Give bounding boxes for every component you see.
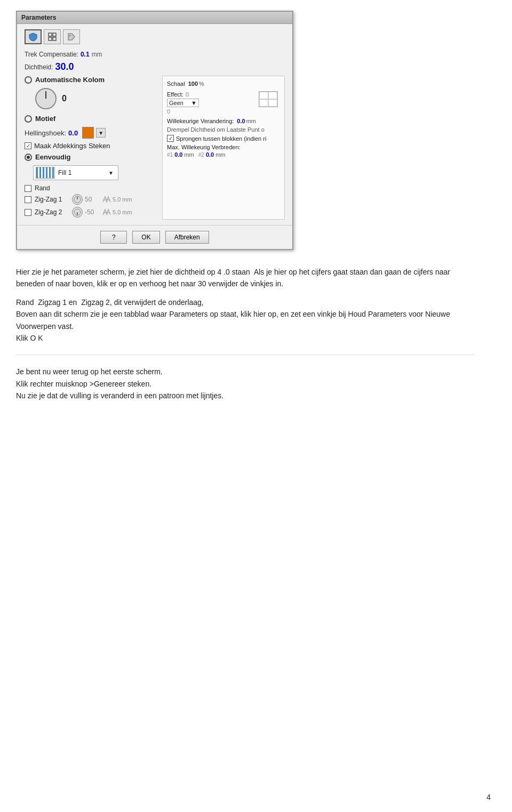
effect-dropdown-label: Geen — [169, 100, 183, 106]
fill-dropdown[interactable]: Fill 1 ▼ — [33, 165, 118, 180]
zigzag2-extra: 5.0 mm — [101, 207, 132, 217]
zigzag2-dial[interactable] — [72, 207, 83, 218]
motief-radio-circle — [25, 115, 32, 123]
maak-checkbox-row[interactable]: Maak Afdekkings Steken — [25, 142, 154, 150]
max-field-2: #2 0.0 mm — [198, 151, 226, 158]
knob-value: 0 — [62, 94, 67, 103]
effect-cell-1 — [259, 92, 268, 99]
effect-row: Effect: 0 Geen ▼ 0 — [167, 91, 280, 115]
eenvoudig-section: Eenvoudig Fill 1 ▼ — [25, 153, 154, 180]
max-field-1: #1 0.0 mm — [167, 151, 194, 158]
knob-line — [45, 91, 46, 99]
sprongen-checkbox[interactable] — [167, 135, 174, 142]
dialog-title: Parameters — [21, 14, 56, 21]
paragraph-3: Je bent nu weer terug op het eerste sche… — [16, 366, 475, 401]
page-number: 4 — [486, 793, 491, 801]
toolbar — [25, 29, 285, 44]
effect-val: 0 — [186, 91, 189, 98]
auto-kolom-label: Automatische Kolom — [35, 76, 105, 84]
max-unit-2: mm — [215, 151, 225, 158]
zigzag1-extra: 5.0 mm — [101, 195, 132, 204]
motief-radio[interactable]: Motief — [25, 115, 154, 123]
svg-rect-1 — [53, 33, 56, 36]
zigzag1-dial[interactable] — [72, 194, 83, 205]
rand-checkbox[interactable] — [25, 185, 31, 192]
rand-label: Rand — [35, 184, 72, 192]
schaal-value: 100 — [188, 81, 198, 87]
rand-row: Rand — [25, 184, 154, 192]
hellingshoek-label: Hellingshoek: — [25, 129, 66, 137]
max-label: Max. Willekeurig Verbreden: — [167, 144, 241, 150]
max-val-2: 0.0 — [206, 151, 214, 158]
ok-button[interactable]: OK — [132, 231, 159, 244]
trek-compensatie-label: Trek Compensatie: — [25, 51, 78, 58]
dialog-buttons: ? OK Afbreken — [17, 225, 292, 249]
fill-label: Fill 1 — [58, 169, 106, 176]
shield-icon[interactable] — [25, 29, 42, 44]
cancel-button[interactable]: Afbreken — [165, 231, 209, 244]
auto-kolom-radio[interactable]: Automatische Kolom — [25, 76, 154, 84]
dichtheid-row: Dichtheid: 30.0 — [25, 61, 285, 73]
help-button[interactable]: ? — [100, 231, 127, 244]
effect-cell-2 — [268, 92, 277, 99]
dichtheid-label: Dichtheid: — [25, 63, 53, 71]
knob[interactable] — [35, 88, 57, 109]
effect-dropdown[interactable]: Geen ▼ — [167, 99, 199, 107]
zigzag1-checkbox[interactable] — [25, 196, 31, 203]
max-unit-1: mm — [184, 151, 194, 158]
sprongen-row: Sprongen tussen blokken (indien ri — [167, 135, 280, 142]
paragraph-2: Rand Zigzag 1 en Zigzag 2, dit verwijder… — [16, 296, 475, 344]
zigzag2-val: -50 — [85, 208, 101, 216]
schaal-unit: % — [199, 81, 204, 87]
hellingshoek-dropdown[interactable]: ▼ — [96, 128, 106, 138]
motief-section: Motief — [25, 115, 154, 123]
text-section: Hier zie je het parameter scherm, je zie… — [16, 266, 475, 408]
maak-checkbox[interactable] — [25, 142, 31, 149]
max-num-1: #1 — [167, 152, 173, 158]
eenvoudig-radio-circle — [25, 154, 32, 161]
svg-rect-2 — [49, 37, 52, 41]
knob-container: 0 — [35, 88, 154, 109]
svg-rect-0 — [49, 33, 52, 36]
divider — [16, 355, 475, 355]
fill-pattern — [36, 167, 55, 179]
effect-val2: 0 — [167, 108, 170, 115]
willekeurig-unit: mm — [246, 118, 256, 124]
effect-cell-4 — [268, 99, 277, 107]
paragraph-1: Hier zie je het parameter scherm, je zie… — [16, 266, 475, 290]
max-row: Max. Willekeurig Verbreden: #1 0.0 mm #2… — [167, 144, 280, 158]
schaal-label: Schaal — [167, 81, 185, 87]
zigzag1-label: Zig-Zag 1 — [35, 196, 72, 203]
zigzag1-val: 50 — [85, 196, 101, 203]
svg-rect-3 — [53, 37, 56, 41]
grid-icon[interactable] — [44, 29, 61, 44]
svg-point-4 — [69, 35, 71, 37]
zigzag1-mm: 5.0 mm — [113, 196, 132, 203]
willekeurig-row: Willekeurige Verandering: 0.0 mm — [167, 118, 280, 124]
trek-compensatie-unit: mm — [92, 51, 102, 58]
max-val-1: 0.0 — [174, 151, 182, 158]
drempel-label: Drempel Dichtheid om Laatste Punt o — [167, 126, 265, 133]
willekeurig-value: 0.0 — [237, 118, 245, 124]
auto-kolom-section: Automatische Kolom 0 — [25, 76, 154, 109]
hellingshoek-value: 0.0 — [68, 129, 78, 137]
auto-kolom-radio-circle — [25, 76, 32, 84]
zigzag1-row: Zig-Zag 1 50 — [25, 194, 154, 205]
drempel-row: Drempel Dichtheid om Laatste Punt o — [167, 126, 280, 133]
sprongen-label: Sprongen tussen blokken (indien ri — [176, 135, 266, 142]
hellingshoek-color[interactable] — [82, 127, 94, 139]
eenvoudig-label: Eenvoudig — [35, 153, 70, 161]
max-num-2: #2 — [198, 152, 204, 158]
effect-cell-3 — [259, 99, 268, 107]
right-panel: Schaal 100 % Effect: 0 — [162, 76, 285, 220]
zigzag2-row: Zig-Zag 2 -50 — [25, 207, 154, 218]
trek-compensatie-value: 0.1 — [81, 51, 90, 58]
motief-label: Motief — [35, 115, 55, 123]
zigzag2-checkbox[interactable] — [25, 209, 31, 216]
eenvoudig-radio[interactable]: Eenvoudig — [25, 153, 154, 161]
effect-label: Effect: — [167, 91, 183, 98]
tag-icon[interactable] — [63, 29, 80, 44]
dialog-titlebar: Parameters — [17, 12, 292, 24]
fill-dropdown-arrow[interactable]: ▼ — [106, 168, 116, 178]
zigzag2-mm: 5.0 mm — [113, 209, 132, 215]
